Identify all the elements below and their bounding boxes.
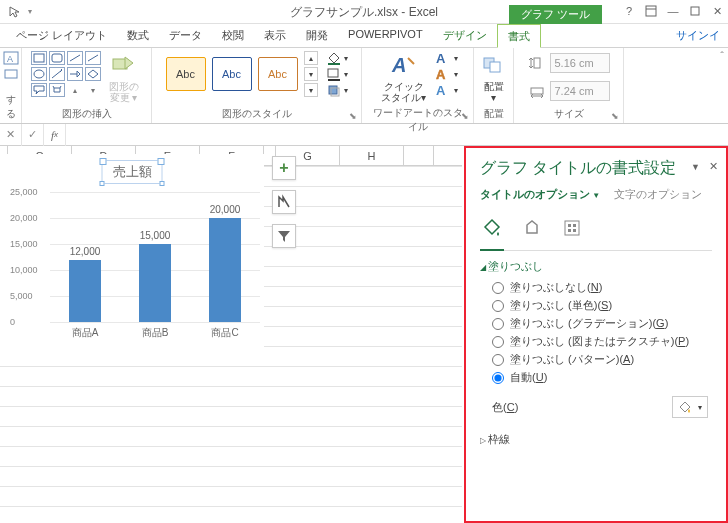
- svg-text:A: A: [7, 54, 13, 64]
- qat-dropdown[interactable]: ▾: [28, 7, 32, 16]
- size-launcher[interactable]: ⬊: [611, 111, 621, 121]
- insert-function-button[interactable]: fx: [44, 124, 66, 146]
- shape-gallery[interactable]: ▴ ▾: [31, 51, 101, 97]
- svg-rect-22: [531, 88, 543, 94]
- quick-style-button[interactable]: A クイック スタイル▾: [377, 51, 430, 105]
- svg-rect-7: [52, 54, 62, 62]
- minimize-button[interactable]: —: [664, 2, 682, 20]
- shape-outline-button[interactable]: ▾: [326, 67, 348, 81]
- svg-text:A: A: [391, 54, 406, 76]
- chart-filters-button[interactable]: [272, 224, 296, 248]
- color-picker-button[interactable]: ▾: [672, 396, 708, 418]
- restrict-label: する: [6, 92, 15, 123]
- shape-width-input[interactable]: [550, 81, 610, 101]
- svg-rect-23: [565, 221, 579, 235]
- svg-rect-6: [34, 54, 44, 62]
- chart-elements-button[interactable]: +: [272, 156, 296, 180]
- svg-rect-13: [328, 63, 340, 65]
- fill-solid-radio[interactable]: 塗りつぶし (単色)(S): [492, 298, 712, 313]
- shape-style-3[interactable]: Abc: [258, 57, 298, 91]
- shape-effects-button[interactable]: ▾: [326, 83, 348, 97]
- enter-formula-button[interactable]: ✓: [22, 124, 44, 146]
- group-shape-styles: 図形のスタイル: [158, 106, 355, 123]
- tab-format[interactable]: 書式: [497, 24, 541, 48]
- help-button[interactable]: ?: [620, 2, 638, 20]
- fill-gradient-radio[interactable]: 塗りつぶし (グラデーション)(G): [492, 316, 712, 331]
- tab-design[interactable]: デザイン: [433, 24, 497, 47]
- tab-view[interactable]: 表示: [254, 24, 296, 47]
- ribbon-display-button[interactable]: [642, 2, 660, 20]
- text-outline-button[interactable]: A▾: [436, 67, 458, 81]
- svg-rect-14: [328, 69, 338, 77]
- svg-line-8: [70, 55, 80, 61]
- tab-powerpivot[interactable]: POWERPIVOT: [338, 24, 433, 47]
- group-shapes-insert: 図形の挿入: [28, 106, 145, 123]
- text-effects-button[interactable]: A▾: [436, 83, 458, 97]
- svg-rect-20: [490, 62, 500, 72]
- chart-plot-area[interactable]: 05,00010,00015,00020,00025,00012,000商品A1…: [10, 192, 260, 322]
- svg-rect-15: [328, 79, 340, 81]
- fill-picture-radio[interactable]: 塗りつぶし (図またはテクスチャ)(P): [492, 334, 712, 349]
- svg-point-10: [34, 70, 44, 78]
- tab-developer[interactable]: 開発: [296, 24, 338, 47]
- style-up[interactable]: ▴: [304, 51, 318, 65]
- section-line-toggle[interactable]: 枠線: [480, 432, 712, 447]
- section-fill-toggle[interactable]: 塗りつぶし: [480, 259, 712, 274]
- wordart-launcher[interactable]: ⬊: [461, 111, 471, 121]
- fill-radio-group: 塗りつぶしなし(N) 塗りつぶし (単色)(S) 塗りつぶし (グラデーション)…: [480, 280, 712, 385]
- shape-style-1[interactable]: Abc: [166, 57, 206, 91]
- group-arrange: 配置: [480, 106, 507, 123]
- fill-auto-radio[interactable]: 自動(U): [492, 370, 712, 385]
- sign-in-link[interactable]: サインイ: [676, 28, 720, 43]
- svg-line-9: [88, 55, 98, 61]
- maximize-button[interactable]: [686, 2, 704, 20]
- svg-marker-12: [125, 57, 133, 69]
- chart-title[interactable]: 売上額: [102, 160, 163, 184]
- tab-data[interactable]: データ: [159, 24, 212, 47]
- shape-styles-launcher[interactable]: ⬊: [349, 111, 359, 121]
- style-more[interactable]: ▾: [304, 83, 318, 97]
- close-button[interactable]: ✕: [708, 2, 726, 20]
- svg-rect-27: [573, 229, 576, 232]
- group-wordart: ワードアートのスタイル: [368, 105, 467, 136]
- fill-none-radio[interactable]: 塗りつぶしなし(N): [492, 280, 712, 295]
- tab-review[interactable]: 校閲: [212, 24, 254, 47]
- svg-rect-5: [5, 70, 17, 78]
- shape-fill-button[interactable]: ▾: [326, 51, 348, 65]
- fill-pattern-radio[interactable]: 塗りつぶし (パターン)(A): [492, 352, 712, 367]
- text-fill-button[interactable]: A▾: [436, 51, 458, 65]
- svg-rect-24: [568, 224, 571, 227]
- svg-rect-2: [691, 7, 699, 15]
- cancel-formula-button[interactable]: ✕: [0, 124, 22, 146]
- pane-close-button[interactable]: ✕: [709, 160, 718, 173]
- color-label: 色(C): [492, 400, 518, 415]
- effects-icon[interactable]: [520, 216, 544, 240]
- textbox-icon[interactable]: A: [3, 51, 19, 65]
- shape-style-2[interactable]: Abc: [212, 57, 252, 91]
- collapse-ribbon-icon[interactable]: ˆ: [720, 50, 724, 62]
- pointer-icon: [8, 5, 22, 19]
- format-pane: グラフ タイトルの書式設定 ▼ ✕ タイトルのオプション 文字のオプション 塗り…: [464, 146, 728, 523]
- svg-rect-26: [568, 229, 571, 232]
- shape-style-gallery[interactable]: Abc Abc Abc ▴ ▾ ▾: [166, 51, 318, 97]
- shape-rect-icon[interactable]: [3, 67, 19, 81]
- tab-title-options[interactable]: タイトルのオプション: [480, 187, 600, 202]
- height-icon: [528, 56, 546, 70]
- embedded-chart[interactable]: 売上額 05,00010,00015,00020,00025,00012,000…: [0, 154, 264, 350]
- group-size: サイズ: [520, 106, 617, 123]
- pane-options-dropdown[interactable]: ▼: [691, 162, 700, 172]
- size-properties-icon[interactable]: [560, 216, 584, 240]
- shape-height-input[interactable]: [550, 53, 610, 73]
- style-down[interactable]: ▾: [304, 67, 318, 81]
- tab-text-options[interactable]: 文字のオプション: [614, 187, 702, 202]
- tab-page-layout[interactable]: ページ レイアウト: [6, 24, 117, 47]
- change-shape-button: 図形の 変更 ▾: [105, 51, 143, 105]
- format-pane-title: グラフ タイトルの書式設定: [480, 158, 712, 179]
- chart-styles-button[interactable]: [272, 190, 296, 214]
- svg-rect-25: [573, 224, 576, 227]
- arrange-button[interactable]: 配置 ▾: [475, 51, 513, 105]
- svg-rect-21: [534, 58, 540, 68]
- tab-formulas[interactable]: 数式: [117, 24, 159, 47]
- context-tool-label: グラフ ツール: [509, 5, 602, 24]
- fill-line-icon[interactable]: [480, 216, 504, 240]
